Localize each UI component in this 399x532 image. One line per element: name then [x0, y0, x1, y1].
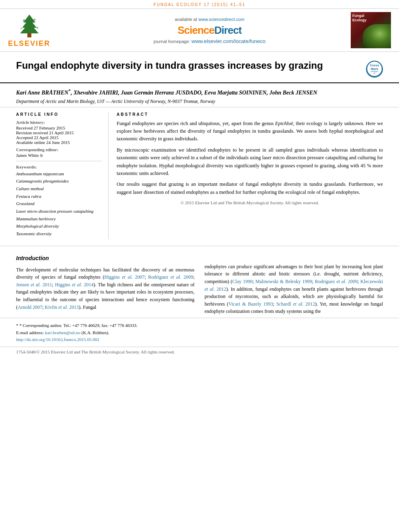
- ref-higgins-2007[interactable]: Higgins et al. 2007: [105, 274, 145, 280]
- svg-marker-3: [20, 23, 39, 33]
- ref-malinowski-1999[interactable]: Malinowski & Belesky 1999: [255, 279, 312, 284]
- ref-arnold-2007[interactable]: Arnold 2007: [18, 304, 42, 310]
- elsevier-wordmark: ELSEVIER: [8, 39, 50, 48]
- svg-text:Cross: Cross: [370, 64, 379, 67]
- footer-text: 1754-5048/© 2015 Elsevier Ltd and The Br…: [16, 349, 175, 354]
- ref-higgins-2014[interactable]: Higgins et al. 2014: [55, 282, 94, 288]
- received-date: Received 27 February 2015: [16, 125, 102, 130]
- email-name: (K.A. Bråthen).: [82, 330, 109, 335]
- abstract-paragraph-2: By microscopic examination we identified…: [117, 146, 383, 178]
- available-at-label: available at: [175, 17, 197, 22]
- corresponding-editor-label: Corresponding editor:: [16, 147, 102, 152]
- keyword-7: Mammalian herbivory: [16, 215, 102, 223]
- article-history-block: Article history: Received 27 February 20…: [16, 120, 102, 145]
- accepted-date: Accepted 22 April 2015: [16, 135, 102, 140]
- svg-point-5: [33, 19, 35, 21]
- keyword-5: Grassland: [16, 200, 102, 207]
- footnote-text: * Corresponding author. Tel.: +47 776 46…: [19, 323, 137, 328]
- doi-footnote: http://dx.doi.org/10.1016/j.funeco.2015.…: [16, 336, 383, 343]
- corresponding-editor-name: James White Jr: [16, 153, 102, 158]
- crossmark-badge[interactable]: Cross Mark ✓: [366, 61, 383, 78]
- footer-bar: 1754-5048/© 2015 Elsevier Ltd and The Br…: [0, 347, 399, 357]
- journal-cover-image: FungalEcology: [351, 12, 391, 48]
- body-section: Introduction The development of molecula…: [0, 246, 399, 357]
- header-bar: ELSEVIER available at www.sciencedirect.…: [0, 8, 399, 52]
- journal-homepage-link: www.elsevier.com/locate/funeco: [191, 38, 265, 44]
- journal-cover-photo: [363, 24, 391, 48]
- keyword-2: Calamagrostis phragmitoides: [16, 177, 102, 185]
- corresponding-author-footnote: * * Corresponding author. Tel.: +47 776 …: [16, 322, 383, 329]
- abstract-paragraph-3: Our results suggest that grazing is an i…: [117, 181, 383, 196]
- authors-section: Kari Anne BRÅTHEN*, Xhevahire JAHIRI, Ju…: [0, 83, 399, 107]
- journal-cover-title: FungalEcology: [352, 14, 366, 23]
- keyword-4: Festuca rubra: [16, 193, 102, 200]
- info-divider: [16, 161, 102, 161]
- article-info-heading: ARTICLE INFO: [16, 112, 102, 117]
- authors-line: Kari Anne BRÅTHEN*, Xhevahire JAHIRI, Ju…: [16, 87, 383, 97]
- keyword-list: Anthoxanthum nipponicum Calamagrostis ph…: [16, 170, 102, 238]
- svg-point-6: [21, 28, 22, 29]
- abstract-heading: ABSTRACT: [117, 112, 383, 117]
- title-section: Fungal endophyte diversity in tundra gra…: [0, 52, 399, 83]
- keyword-9: Taxonomic diversity: [16, 230, 102, 238]
- history-label: Article history:: [16, 120, 102, 125]
- available-at-line: available at www.sciencedirect.com: [175, 16, 244, 23]
- available-online-date: Available online 24 June 2015: [16, 140, 102, 145]
- corresponding-editor-block: Corresponding editor: James White Jr: [16, 147, 102, 158]
- email-label: E-mail address:: [16, 330, 44, 335]
- journal-cover-area: FungalEcology: [339, 12, 391, 48]
- ref-rodriguez-2009b[interactable]: Rodriguez et al. 2009: [315, 279, 358, 284]
- sciencedirect-text: ScienceDirect: [178, 24, 242, 36]
- revision-date: Revision received 21 April 2015: [16, 130, 102, 135]
- journal-header-text: FUNGAL ECOLOGY 17 (2015) 41–51: [154, 2, 245, 7]
- keywords-block: Keywords: Anthoxanthum nipponicum Calama…: [16, 164, 102, 238]
- email-footnote: E-mail address: kari.brathen@uit.no (K.A…: [16, 329, 383, 337]
- ref-jensen-2011[interactable]: Jensen et al. 2011: [16, 282, 52, 288]
- ref-clay-1990[interactable]: Clay 1990: [232, 279, 253, 284]
- article-title: Fungal endophyte diversity in tundra gra…: [16, 59, 360, 72]
- article-info-column: ARTICLE INFO Article history: Received 2…: [16, 112, 109, 239]
- keywords-label: Keywords:: [16, 164, 102, 169]
- ref-vicari-1993[interactable]: Vicari & Bazely 1993: [228, 301, 273, 307]
- svg-text:✓: ✓: [373, 72, 376, 75]
- introduction-heading: Introduction: [16, 254, 195, 263]
- page: FUNGAL ECOLOGY 17 (2015) 41–51 EL: [0, 0, 399, 357]
- abstract-column: ABSTRACT Fungal endophytes are species r…: [117, 112, 383, 239]
- introduction-section: Introduction The development of molecula…: [0, 254, 399, 318]
- ref-kivlin-2013[interactable]: Kivlin et al. 2013: [45, 304, 79, 310]
- journal-info-center: available at www.sciencedirect.com Scien…: [80, 12, 339, 48]
- intro-right-text: endophytes can produce significant advan…: [205, 263, 383, 315]
- sciencedirect-logo: ScienceDirect: [178, 24, 242, 37]
- journal-homepage-label: journal homepage:: [154, 39, 190, 44]
- keyword-1: Anthoxanthum nipponicum: [16, 170, 102, 178]
- svg-point-4: [23, 19, 25, 22]
- intro-left-text: The development of molecular techniques …: [16, 266, 195, 311]
- ref-schardl-2012[interactable]: Schardl et al. 2012: [276, 301, 315, 307]
- abstract-copyright: © 2015 Elsevier Ltd and The British Myco…: [117, 200, 383, 205]
- body-col-right: endophytes can produce significant advan…: [205, 254, 383, 318]
- keyword-8: Morphological diversity: [16, 222, 102, 230]
- info-abstract-section: ARTICLE INFO Article history: Received 2…: [0, 107, 399, 246]
- body-col-left: Introduction The development of molecula…: [16, 254, 195, 318]
- elsevier-logo: ELSEVIER: [8, 12, 50, 48]
- keyword-6: Laser micro dissection pressure catapult…: [16, 207, 102, 215]
- email-link[interactable]: kari.brathen@uit.no: [45, 330, 80, 335]
- svg-point-7: [36, 27, 38, 29]
- journal-homepage-line: journal homepage: www.elsevier.com/locat…: [154, 38, 266, 45]
- abstract-text: Fungal endophytes are species rich and u…: [117, 120, 383, 196]
- elsevier-tree-icon: [15, 12, 43, 39]
- abstract-paragraph-1: Fungal endophytes are species rich and u…: [117, 120, 383, 143]
- affiliation: Department of Arctic and Marin Biology, …: [16, 99, 383, 105]
- doi-link[interactable]: http://dx.doi.org/10.1016/j.funeco.2015.…: [16, 337, 99, 342]
- ref-rodriguez-2009[interactable]: Rodriguez et al. 2009: [148, 274, 193, 280]
- crossmark-icon: Cross Mark ✓: [366, 60, 383, 78]
- footnote-section: * * Corresponding author. Tel.: +47 776 …: [0, 318, 399, 347]
- journal-header-line: FUNGAL ECOLOGY 17 (2015) 41–51: [0, 0, 399, 8]
- available-link: www.sciencedirect.com: [198, 17, 244, 22]
- publisher-logo-area: ELSEVIER: [8, 12, 80, 48]
- footnote-asterisk: *: [16, 323, 19, 328]
- svg-text:Mark: Mark: [371, 67, 378, 71]
- keyword-3: Culture method: [16, 185, 102, 193]
